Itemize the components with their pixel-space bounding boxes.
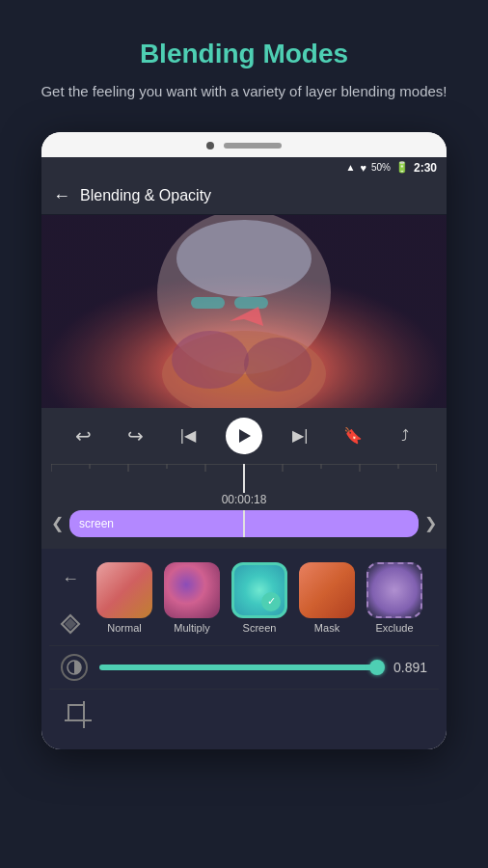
- go-start-button[interactable]: |◀: [174, 421, 203, 450]
- battery-icon: 🔋: [395, 161, 409, 174]
- blend-modes-list: Normal Multiply ✓ Screen: [92, 558, 439, 637]
- timecode: 00:00:18: [51, 493, 437, 506]
- side-tools: ←: [49, 558, 92, 645]
- mode-normal-label: Normal: [107, 622, 141, 634]
- track-clip[interactable]: screen: [69, 510, 419, 537]
- mode-exclude-thumb: [366, 562, 422, 618]
- screen-title: Blending & Opacity: [80, 187, 211, 204]
- opacity-row: 0.891: [49, 645, 439, 689]
- battery-status: 50%: [371, 162, 391, 173]
- status-bar: ▲ ♥ 50% 🔋 2:30: [41, 157, 447, 178]
- mode-exclude[interactable]: Exclude: [366, 562, 423, 634]
- mode-screen-thumb: ✓: [231, 562, 287, 618]
- header-section: Blending Modes Get the feeling you want …: [21, 0, 466, 122]
- timeline-ruler: [51, 464, 437, 493]
- video-preview: [41, 215, 447, 408]
- opacity-track: [99, 665, 377, 670]
- track-scroll-right[interactable]: ❯: [424, 514, 437, 532]
- track-clip-label: screen: [79, 517, 114, 530]
- phone-top-bar: [41, 132, 447, 157]
- clock: 2:30: [414, 161, 437, 175]
- phone-frame: ▲ ♥ 50% 🔋 2:30 ← Blending & Opacity: [41, 132, 447, 749]
- mode-multiply-label: Multiply: [174, 622, 209, 634]
- opacity-icon: [61, 654, 88, 681]
- track-scroll-left[interactable]: ❮: [51, 514, 64, 532]
- export-button[interactable]: ⤴: [391, 421, 420, 450]
- bookmark-button[interactable]: 🔖: [339, 421, 367, 450]
- mode-screen[interactable]: ✓ Screen: [230, 562, 288, 634]
- mode-normal[interactable]: Normal: [95, 562, 153, 634]
- play-button[interactable]: [226, 418, 262, 454]
- back-tool-button[interactable]: ←: [55, 564, 86, 595]
- crop-tool-button[interactable]: [61, 697, 95, 732]
- svg-rect-11: [41, 215, 447, 408]
- blend-row: ← Normal: [49, 558, 439, 645]
- opacity-value: 0.891: [389, 660, 427, 675]
- mode-multiply[interactable]: Multiply: [163, 562, 221, 634]
- mode-mask-thumb: [299, 562, 355, 618]
- phone-speaker: [224, 143, 282, 149]
- mode-normal-thumb: [96, 562, 152, 618]
- go-end-button[interactable]: ▶|: [285, 421, 314, 450]
- wifi-icon: ♥: [360, 162, 366, 174]
- track-row: ❮ screen ❯: [51, 510, 437, 537]
- opacity-slider[interactable]: [99, 665, 377, 670]
- mode-multiply-thumb: [164, 562, 220, 618]
- timeline-section: 00:00:18 ❮ screen ❯: [41, 464, 447, 549]
- undo-button[interactable]: ↩: [68, 421, 97, 450]
- selected-checkmark: ✓: [261, 592, 281, 611]
- opacity-thumb: [369, 660, 385, 675]
- page-subtitle: Get the feeling you want with a variety …: [41, 81, 447, 103]
- nav-bar: ← Blending & Opacity: [41, 178, 447, 215]
- phone-camera: [206, 142, 214, 149]
- redo-button[interactable]: ↪: [121, 421, 149, 450]
- mode-screen-label: Screen: [243, 622, 277, 634]
- mode-exclude-label: Exclude: [375, 622, 413, 634]
- mode-mask-label: Mask: [314, 622, 339, 634]
- diamond-tool-button[interactable]: [55, 609, 86, 639]
- playhead: [243, 510, 245, 537]
- controls-bar: ↩ ↪ |◀ ▶| 🔖 ⤴: [41, 408, 447, 464]
- page-title: Blending Modes: [41, 39, 447, 69]
- back-button[interactable]: ←: [53, 186, 70, 206]
- bottom-toolbar: [49, 689, 439, 740]
- signal-icon: ▲: [346, 162, 356, 173]
- svg-rect-28: [68, 705, 84, 720]
- blend-modes-section: ← Normal: [41, 549, 447, 749]
- mode-mask[interactable]: Mask: [298, 562, 356, 634]
